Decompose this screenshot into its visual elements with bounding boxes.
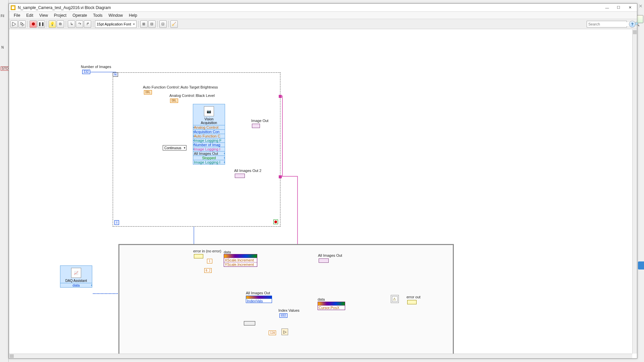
main-window: N_sample_Camera_test_Aug2016.vi Block Di… bbox=[9, 3, 637, 359]
propnode2-cursor: Cursor.PosX bbox=[318, 305, 345, 310]
search-input[interactable] bbox=[588, 22, 635, 26]
error-out-indicator[interactable] bbox=[407, 300, 417, 304]
image-out-indicator[interactable] bbox=[252, 124, 260, 128]
for-loop-n-terminal[interactable]: N bbox=[113, 72, 118, 77]
left-N-stub: N bbox=[1, 46, 4, 49]
for-loop-i-terminal: i bbox=[114, 220, 119, 225]
propnode-xscale: XScale.Increment bbox=[224, 258, 257, 262]
menu-window[interactable]: Window bbox=[106, 12, 126, 18]
va-row-imglog3: Image Logging I bbox=[193, 160, 225, 164]
svg-text:⚠: ⚠ bbox=[393, 297, 396, 301]
tunnel-image-out bbox=[279, 95, 282, 98]
number-of-images-control[interactable]: I32 bbox=[82, 70, 90, 74]
menu-help[interactable]: Help bbox=[126, 12, 140, 18]
data-propnode2-label: data bbox=[318, 297, 325, 301]
left-stop-stub: STO bbox=[1, 66, 9, 71]
error-in-label: error in (no error) bbox=[193, 249, 221, 253]
vertical-scrollbar[interactable] bbox=[632, 29, 637, 354]
propnode-yscale: YScale.Increment bbox=[224, 262, 257, 266]
retain-wire-values-button[interactable]: ⧉ bbox=[57, 20, 64, 28]
daq-row-data: data bbox=[60, 283, 92, 287]
tunnel-all-images-2 bbox=[279, 175, 282, 178]
align-button[interactable]: ⊞ bbox=[140, 20, 148, 28]
titlebar[interactable]: N_sample_Camera_test_Aug2016.vi Block Di… bbox=[9, 4, 637, 12]
run-button[interactable] bbox=[10, 20, 18, 28]
menu-file[interactable]: File bbox=[11, 12, 23, 18]
menu-tools[interactable]: Tools bbox=[91, 12, 105, 18]
labview-app-icon bbox=[10, 5, 16, 10]
error-in-control[interactable] bbox=[194, 254, 203, 258]
highlight-execution-button[interactable]: 💡 bbox=[49, 20, 56, 28]
menu-edit[interactable]: Edit bbox=[23, 12, 36, 18]
va-row-stopped: Stopped bbox=[193, 156, 225, 160]
va-row-allimg: All Images Out bbox=[193, 151, 225, 156]
all-images-out-property-node[interactable]: IndexVals bbox=[246, 296, 272, 303]
daq-assistant-expressvi[interactable]: 📈 DAQ Assistant data bbox=[60, 265, 92, 288]
all-images-out-indicator[interactable] bbox=[319, 258, 329, 263]
menubar: File Edit View Project Operate Tools Win… bbox=[9, 12, 637, 19]
teamviewer-tab[interactable] bbox=[638, 261, 644, 269]
reorder-button[interactable]: ⊡ bbox=[159, 20, 167, 28]
vision-acquisition-expressvi[interactable]: 📷 VisionAcquisition Analog Control: Acqu… bbox=[193, 104, 225, 165]
divide-function[interactable]: ▷ bbox=[281, 328, 288, 335]
image-out-label: Image Out bbox=[251, 119, 268, 123]
outer-close-icon[interactable]: ✕ bbox=[639, 3, 643, 9]
const-0.2[interactable]: 0.2 bbox=[204, 268, 212, 273]
index-array-node[interactable] bbox=[244, 321, 255, 325]
step-out-button[interactable]: ↱ bbox=[84, 20, 91, 28]
daq-assistant-icon: 📈 bbox=[71, 268, 81, 278]
merge-errors-function[interactable]: ⚠ bbox=[391, 295, 399, 303]
auto-function-brightness-label: Auto Function Control::Auto Target Brigh… bbox=[143, 85, 218, 89]
block-diagram-canvas[interactable]: Number of Images I32 N i Auto Function C… bbox=[9, 29, 632, 354]
arridx-indexvals: IndexVals bbox=[246, 299, 272, 303]
index-values-label: Index Values bbox=[278, 308, 300, 312]
search-box[interactable]: 🔍 bbox=[587, 21, 627, 27]
all-images-out-2-label: All Images Out 2 bbox=[234, 169, 261, 173]
horizontal-scrollbar[interactable] bbox=[9, 354, 632, 358]
acquisition-mode-ring[interactable]: Continuous bbox=[163, 145, 186, 150]
data-property-node[interactable]: XScale.Increment YScale.Increment bbox=[224, 254, 257, 267]
analog-black-level-label: Analog Control::Black Level bbox=[169, 94, 215, 98]
for-loop-conditional-terminal[interactable] bbox=[273, 220, 278, 224]
font-selector[interactable]: 15pt Application Font▾ bbox=[95, 20, 137, 28]
const-120[interactable]: 120 bbox=[269, 330, 276, 335]
run-continuously-button[interactable] bbox=[18, 20, 26, 28]
data-property-node-2[interactable]: Cursor.PosX bbox=[318, 302, 345, 310]
left-file-stub: Fil bbox=[1, 14, 4, 18]
distribute-button[interactable]: ⊟ bbox=[148, 20, 156, 28]
all-images-out-2-indicator[interactable] bbox=[235, 174, 245, 178]
all-images-out-lower-label: All Images Out bbox=[246, 291, 270, 295]
step-into-button[interactable]: ↳ bbox=[68, 20, 75, 28]
window-title: N_sample_Camera_test_Aug2016.vi Block Di… bbox=[18, 5, 601, 10]
va-row-analog: Analog Control: bbox=[193, 125, 225, 129]
va-row-acq: Acquisition Con bbox=[193, 129, 225, 134]
maximize-button[interactable]: ☐ bbox=[613, 4, 624, 11]
const-1[interactable]: 1 bbox=[207, 259, 212, 263]
all-images-out-top-label: All Images Out bbox=[318, 253, 342, 257]
menu-operate[interactable]: Operate bbox=[70, 12, 90, 18]
left-edge-other-window: Fil N STO bbox=[0, 0, 9, 362]
close-button[interactable]: ✕ bbox=[624, 4, 636, 11]
auto-function-brightness-control[interactable]: DBL bbox=[144, 90, 152, 95]
vision-acquisition-icon: 📷 bbox=[204, 106, 214, 116]
va-row-autofunc: Auto Function C bbox=[193, 134, 225, 138]
menu-view[interactable]: View bbox=[37, 12, 51, 18]
pause-button[interactable]: ❚❚ bbox=[38, 20, 45, 28]
va-row-imglog2: Image Logging I bbox=[193, 147, 225, 151]
while-loop[interactable]: i TF bbox=[118, 244, 454, 354]
minimize-button[interactable]: — bbox=[601, 4, 613, 11]
cleanup-diagram-button[interactable]: 🧹 bbox=[170, 20, 178, 28]
abort-button[interactable] bbox=[30, 20, 37, 28]
svg-rect-1 bbox=[12, 6, 14, 9]
index-values-indicator[interactable]: U32 bbox=[279, 313, 287, 318]
error-out-label: error out bbox=[407, 295, 421, 299]
analog-black-level-control[interactable]: DBL bbox=[170, 99, 178, 103]
toolbar: ❚❚ 💡 ⧉ ↳ ↷ ↱ 15pt Application Font▾ ⊞ ⊟ … bbox=[9, 19, 637, 29]
number-of-images-label: Number of Images bbox=[81, 65, 111, 69]
va-row-imglog1: Image Logging F bbox=[193, 138, 225, 142]
step-over-button[interactable]: ↷ bbox=[76, 20, 83, 28]
vision-acquisition-name: VisionAcquisition bbox=[193, 117, 225, 125]
menu-project[interactable]: Project bbox=[51, 12, 69, 18]
context-help-button[interactable]: ? bbox=[629, 21, 636, 27]
data-propnode-label: data bbox=[224, 250, 231, 254]
